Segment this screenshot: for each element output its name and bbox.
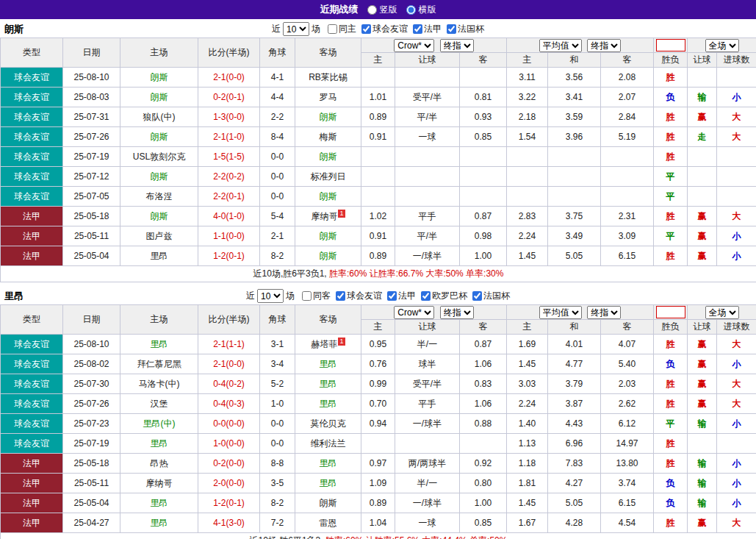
bookmaker-select[interactable]: Crow*: [394, 306, 434, 319]
home-odds: [361, 167, 395, 187]
average-select[interactable]: 平均值: [539, 39, 582, 52]
result-goals: 小: [717, 88, 756, 107]
handicap-line: 平/半: [395, 107, 460, 127]
fulltime-select[interactable]: 全场: [705, 306, 739, 319]
corner-score: 5-4: [260, 207, 295, 226]
away-odds: [460, 167, 507, 187]
filter-checkbox[interactable]: [421, 291, 431, 301]
filter-option[interactable]: 同主: [328, 23, 356, 35]
filter-label: 球会友谊: [372, 23, 408, 35]
subcol-avg-draw: 和: [548, 53, 601, 68]
horizontal-layout-radio[interactable]: [406, 5, 416, 15]
league-type: 球会友谊: [1, 414, 63, 434]
match-score: 2-1(0-0): [198, 68, 260, 88]
away-odds: 0.98: [460, 226, 507, 246]
average-header-group: 平均值 终指: [507, 38, 654, 53]
filter-option[interactable]: 同客: [302, 290, 331, 302]
avg-draw-odds: [548, 167, 601, 187]
layout-option-horizontal[interactable]: 横版: [406, 4, 436, 16]
avg-away-odds: 5.40: [601, 354, 654, 374]
team-name: 朗斯: [151, 211, 168, 221]
league-type: 球会友谊: [1, 68, 63, 88]
match-date: 25-07-19: [63, 147, 120, 167]
fulltime-select[interactable]: 全场: [705, 39, 739, 52]
avg-draw-odds: 4.28: [548, 513, 601, 533]
subcol-odds-home: 主: [361, 53, 395, 68]
odds-header-group: Crow* 终指: [361, 38, 507, 53]
table-head: 类型 日期 主场 比分(半场) 角球 客场 Crow* 终指 平均值 终指 全场: [1, 305, 756, 335]
games-label: 场: [312, 23, 320, 35]
team-name: 里昂: [151, 339, 168, 349]
subcol-handicap: 让球: [395, 53, 460, 68]
result-handicap: [688, 147, 717, 167]
filter-option[interactable]: 法甲: [413, 23, 442, 35]
layout-option-vertical[interactable]: 竖版: [367, 4, 397, 16]
match-row: 球会友谊25-07-30马洛卡(中)0-4(0-2)5-2里昂0.99受平/半0…: [1, 374, 756, 394]
filter-checkbox[interactable]: [472, 291, 482, 301]
filter-option[interactable]: 法甲: [387, 290, 416, 302]
average-stage-select[interactable]: 终指: [587, 39, 621, 52]
team-name: 里昂: [151, 438, 168, 449]
average-stage-select[interactable]: 终指: [587, 306, 621, 319]
filter-label: 法国杯: [483, 290, 510, 302]
away-odds: 0.85: [460, 127, 507, 147]
result-goals: [717, 187, 756, 207]
filter-option[interactable]: 球会友谊: [361, 23, 408, 35]
col-corner: 角球: [260, 305, 295, 335]
handicap-line: 一/球半: [395, 246, 460, 266]
handicap-line: [395, 68, 460, 88]
result-outcome: 胜: [654, 107, 688, 127]
avg-draw-odds: 3.56: [548, 68, 601, 88]
result-handicap: [688, 167, 717, 187]
team-name: 布洛涅: [146, 191, 173, 201]
bookmaker-select[interactable]: Crow*: [394, 39, 434, 52]
away-team: 标准列日: [295, 167, 361, 187]
odds-stage-select[interactable]: 终指: [440, 306, 474, 319]
filter-option[interactable]: 欧罗巴杯: [421, 290, 467, 302]
match-date: 25-05-11: [63, 226, 120, 246]
filter-checkbox[interactable]: [447, 24, 456, 34]
match-count-select[interactable]: 10: [283, 22, 309, 36]
team-name: 拜仁慕尼黑: [137, 359, 181, 369]
recent-matches-table: 类型 日期 主场 比分(半场) 角球 客场 Crow* 终指 平均值 终指 全场: [0, 304, 756, 539]
home-team: 图卢兹: [120, 226, 198, 246]
filter-checkbox[interactable]: [336, 291, 345, 301]
filter-option[interactable]: 法国杯: [472, 290, 510, 302]
odds-stage-select[interactable]: 终指: [440, 39, 474, 52]
handicap-line: 半/一: [395, 335, 460, 354]
filter-checkbox[interactable]: [361, 24, 371, 34]
avg-home-odds: 3.11: [507, 68, 548, 88]
filter-checkbox[interactable]: [328, 24, 337, 34]
match-date: 25-08-02: [63, 354, 120, 374]
match-score: 2-1(0-0): [198, 354, 260, 374]
home-odds: 0.89: [361, 246, 395, 266]
match-row: 球会友谊25-07-26汉堡0-4(0-3)1-0里昂0.70平手1.062.2…: [1, 394, 756, 414]
subcol-outcome: 胜负: [654, 320, 688, 335]
team-name: 狼队(中): [143, 112, 176, 122]
league-type: 法甲: [1, 246, 63, 266]
home-team: 汉堡: [120, 394, 198, 414]
filter-option[interactable]: 法国杯: [447, 23, 484, 35]
vertical-layout-radio[interactable]: [367, 5, 377, 15]
fulltime-header-group: 全场: [688, 38, 756, 53]
home-odds: 1.01: [361, 88, 395, 107]
home-odds: [361, 187, 395, 207]
home-team: 里昂: [120, 246, 198, 266]
away-team: 朗斯: [295, 107, 361, 127]
summary-stats: 胜率:60% 让胜率:55.6% 大率:44.4% 单率:50%: [325, 535, 507, 539]
average-select[interactable]: 平均值: [539, 306, 582, 319]
rank-badge: 1: [338, 210, 345, 218]
highlight-box: [656, 306, 685, 318]
filter-checkbox[interactable]: [413, 24, 422, 34]
result-handicap: 输: [688, 88, 717, 107]
filter-checkbox[interactable]: [302, 291, 312, 301]
odds-header-group: Crow* 终指: [361, 305, 507, 320]
avg-home-odds: 1.45: [507, 246, 548, 266]
match-date: 25-05-04: [63, 493, 120, 513]
team-name: 标准列日: [311, 171, 346, 182]
filter-checkbox[interactable]: [387, 291, 397, 301]
match-score: 2-2(0-1): [198, 187, 260, 207]
match-count-select[interactable]: 10: [257, 289, 284, 303]
result-outcome: 胜: [654, 207, 688, 226]
filter-option[interactable]: 球会友谊: [336, 290, 382, 302]
